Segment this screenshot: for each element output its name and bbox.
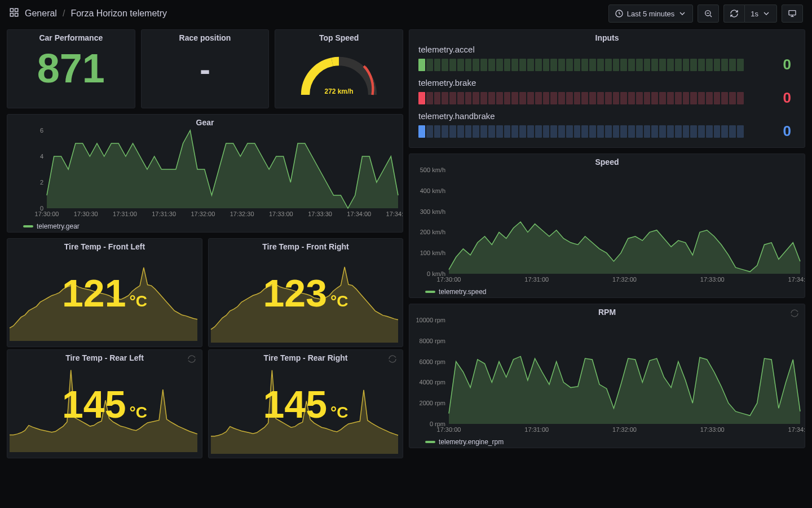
- panel-tire-rl[interactable]: Tire Temp - Rear Left 145°C: [7, 349, 202, 458]
- legend[interactable]: telemetry.engine_rpm: [409, 436, 805, 449]
- panel-title: Gear: [7, 115, 403, 128]
- svg-text:17:33:00: 17:33:00: [700, 426, 725, 433]
- panel-title: Tire Temp - Rear Right: [209, 350, 403, 364]
- input-value: 0: [751, 56, 796, 73]
- clock-icon: [615, 9, 624, 18]
- panel-title: Tire Temp - Rear Left: [7, 350, 202, 364]
- loading-icon: [388, 354, 397, 364]
- svg-text:4000 rpm: 4000 rpm: [420, 379, 445, 386]
- time-range-picker[interactable]: Last 5 minutes: [608, 5, 694, 23]
- zoom-out-button[interactable]: [698, 5, 719, 23]
- input-row: telemetry.brake 0: [409, 77, 805, 110]
- refresh-button[interactable]: [723, 5, 744, 23]
- panel-title: Inputs: [409, 30, 805, 43]
- dashboard-grid-icon[interactable]: [9, 7, 19, 20]
- svg-text:17:31:00: 17:31:00: [113, 211, 137, 217]
- panel-rpm[interactable]: RPM 0 rpm2000 rpm4000 rpm6000 rpm8000 rp…: [409, 304, 805, 448]
- top-speed-gauge: 272 km/h: [291, 47, 387, 104]
- svg-text:100 km/h: 100 km/h: [420, 249, 445, 256]
- gauge-value-label: 272 km/h: [325, 87, 354, 95]
- input-label: telemetry.brake: [418, 78, 796, 87]
- panel-inputs[interactable]: Inputs telemetry.accel 0 telemetry.brake…: [409, 29, 805, 148]
- input-row: telemetry.handbrake 0: [409, 110, 805, 143]
- legend-label: telemetry.speed: [439, 288, 487, 296]
- svg-text:17:32:00: 17:32:00: [191, 211, 215, 217]
- svg-text:17:34:00: 17:34:00: [788, 426, 805, 433]
- svg-text:17:33:00: 17:33:00: [700, 276, 725, 283]
- panel-car-performance[interactable]: Car Performance 871: [7, 29, 135, 108]
- loading-icon: [790, 309, 799, 318]
- panel-title: Car Performance: [39, 30, 103, 43]
- svg-text:2: 2: [40, 179, 43, 186]
- input-label: telemetry.handbrake: [418, 111, 796, 121]
- svg-text:300 km/h: 300 km/h: [420, 208, 445, 215]
- svg-text:6: 6: [40, 128, 43, 134]
- svg-text:17:32:00: 17:32:00: [612, 276, 637, 283]
- tire-rl-chart: [7, 364, 202, 458]
- legend-swatch: [23, 225, 33, 227]
- svg-text:17:30:00: 17:30:00: [437, 426, 461, 433]
- svg-text:17:30:30: 17:30:30: [74, 211, 98, 217]
- legend[interactable]: telemetry.speed: [409, 286, 805, 299]
- svg-text:400 km/h: 400 km/h: [420, 187, 445, 194]
- gear-chart: 024617:30:0017:30:3017:31:0017:31:3017:3…: [7, 128, 403, 220]
- panel-title: Tire Temp - Front Left: [7, 239, 202, 252]
- svg-text:17:34:00: 17:34:00: [788, 276, 805, 283]
- svg-text:17:32:00: 17:32:00: [612, 426, 637, 433]
- toolbar: General / Forza Horizon telemetry Last 5…: [0, 0, 812, 27]
- legend-swatch: [425, 291, 435, 293]
- chevron-down-icon: [762, 9, 771, 18]
- breadcrumb-title[interactable]: Forza Horizon telemetry: [70, 8, 167, 19]
- input-row: telemetry.accel 0: [409, 43, 805, 77]
- input-bar: [418, 125, 744, 138]
- panel-gear[interactable]: Gear 024617:30:0017:30:3017:31:0017:31:3…: [7, 114, 403, 233]
- refresh-interval-picker[interactable]: 1s: [744, 5, 777, 23]
- svg-rect-1: [15, 8, 18, 11]
- svg-text:8000 rpm: 8000 rpm: [420, 338, 445, 344]
- car-performance-value: 871: [37, 48, 105, 89]
- svg-text:17:31:30: 17:31:30: [152, 211, 176, 217]
- svg-text:6000 rpm: 6000 rpm: [420, 358, 445, 365]
- panel-top-speed[interactable]: Top Speed 272 km/h: [275, 29, 403, 108]
- refresh-icon: [730, 9, 739, 18]
- svg-text:17:31:00: 17:31:00: [524, 276, 549, 283]
- svg-text:17:30:00: 17:30:00: [35, 211, 59, 217]
- panel-title: Speed: [409, 154, 805, 168]
- panel-title: Race position: [179, 30, 231, 43]
- svg-text:17:33:30: 17:33:30: [308, 211, 332, 217]
- svg-text:17:34:30: 17:34:30: [386, 211, 403, 217]
- tire-fr-chart: [209, 252, 403, 347]
- input-label: telemetry.accel: [418, 45, 796, 54]
- panel-tire-rr[interactable]: Tire Temp - Rear Right 145°C: [208, 349, 403, 458]
- legend-label: telemetry.gear: [37, 222, 80, 230]
- svg-text:17:33:00: 17:33:00: [269, 211, 293, 217]
- breadcrumb: General / Forza Horizon telemetry: [9, 7, 167, 20]
- refresh-interval-label: 1s: [751, 10, 758, 18]
- input-value: 0: [751, 89, 796, 107]
- breadcrumb-folder[interactable]: General: [25, 8, 57, 19]
- panel-title: Tire Temp - Front Right: [209, 239, 403, 252]
- legend-label: telemetry.engine_rpm: [439, 438, 504, 446]
- panel-title: RPM: [409, 304, 805, 318]
- svg-text:200 km/h: 200 km/h: [420, 229, 445, 235]
- svg-text:17:31:00: 17:31:00: [524, 426, 549, 433]
- input-bar: [418, 92, 744, 104]
- legend-swatch: [425, 441, 435, 443]
- legend[interactable]: telemetry.gear: [7, 220, 403, 234]
- breadcrumb-separator: /: [63, 8, 65, 19]
- svg-text:10000 rpm: 10000 rpm: [416, 318, 445, 323]
- panel-tire-fr[interactable]: Tire Temp - Front Right 123°C: [208, 238, 403, 347]
- svg-text:17:30:00: 17:30:00: [437, 276, 461, 283]
- svg-text:4: 4: [40, 153, 43, 160]
- tire-rr-chart: [209, 364, 403, 458]
- panel-speed[interactable]: Speed 0 km/h100 km/h200 km/h300 km/h400 …: [409, 154, 805, 298]
- toolbar-right: Last 5 minutes 1s: [608, 5, 803, 23]
- race-position-value: -: [200, 54, 210, 85]
- cycle-view-button[interactable]: [782, 5, 803, 23]
- svg-rect-2: [10, 14, 13, 16]
- panel-tire-fl[interactable]: Tire Temp - Front Left 121°C: [7, 238, 202, 347]
- svg-text:500 km/h: 500 km/h: [420, 168, 445, 173]
- panel-race-position[interactable]: Race position -: [141, 29, 270, 108]
- loading-icon: [187, 354, 196, 364]
- svg-text:17:32:30: 17:32:30: [230, 211, 254, 217]
